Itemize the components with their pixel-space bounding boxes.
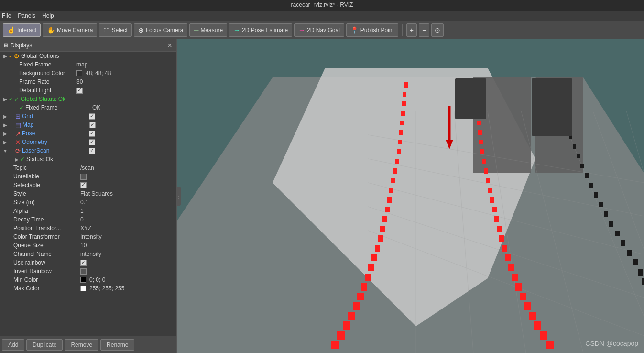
svg-rect-30 <box>385 207 390 212</box>
svg-rect-79 <box>594 192 598 198</box>
unreliable-checkbox[interactable] <box>80 174 87 180</box>
global-options-row[interactable]: ▶ ✓ ⚙ Global Options <box>0 52 176 60</box>
global-status-row[interactable]: ▶ ✓ ✓ Global Status: Ok <box>0 95 176 103</box>
duplicate-button[interactable]: Duplicate <box>26 339 63 351</box>
menu-file[interactable]: File <box>2 12 11 19</box>
3d-viewport[interactable]: ⋮ CSDN @cocapop <box>177 39 644 353</box>
zoom-out-button[interactable]: − <box>419 23 429 37</box>
map-checkbox-icon[interactable] <box>89 122 96 128</box>
default-light-value <box>76 88 176 94</box>
grid-expand[interactable]: ▶ <box>2 114 9 119</box>
frame-rate-value: 30 <box>76 78 176 85</box>
invert-rainbow-checkbox[interactable] <box>80 268 87 275</box>
measure-button[interactable]: ─ Measure <box>189 23 227 37</box>
svg-rect-36 <box>368 264 374 271</box>
displays-tree[interactable]: ▶ ✓ ⚙ Global Options Fixed Frame map Bac… <box>0 52 176 336</box>
close-panel-button[interactable]: ✕ <box>166 42 174 49</box>
menu-help[interactable]: Help <box>42 12 54 19</box>
color-transformer-value: Intensity <box>80 233 176 240</box>
toolbar-separator <box>402 24 403 36</box>
map-row[interactable]: ▶ ▤ Map <box>0 121 176 129</box>
pose-icon: ↗ <box>15 130 21 137</box>
alpha-label: Alpha <box>13 208 80 214</box>
focus-camera-icon: ⊕ <box>138 26 144 34</box>
laserscan-status-expand[interactable]: ▶ <box>13 157 20 162</box>
odometry-checkbox-icon[interactable] <box>89 139 95 145</box>
fixed-frame-value: map <box>76 61 176 68</box>
laserscan-row[interactable]: ▼ ⟳ LaserScan <box>0 146 176 155</box>
map-label: Map <box>22 121 89 128</box>
min-color-label: Min Color <box>13 276 80 283</box>
topic-label: Topic <box>13 165 80 171</box>
bg-color-row: Background Color 48; 48; 48 <box>0 69 176 77</box>
menu-panels[interactable]: Panels <box>18 12 35 19</box>
svg-rect-67 <box>520 293 526 300</box>
svg-rect-37 <box>365 274 371 281</box>
svg-rect-39 <box>357 293 364 300</box>
2d-nav-button[interactable]: → 2D Nav Goal <box>294 23 344 37</box>
frame-rate-label: Frame Rate <box>10 78 76 85</box>
remove-button[interactable]: Remove <box>65 339 98 351</box>
svg-rect-34 <box>375 245 380 252</box>
global-status-expand[interactable]: ▶ <box>2 97 9 102</box>
focus-camera-button[interactable]: ⊕ Focus Camera <box>134 23 188 37</box>
pose-checkbox-icon[interactable] <box>89 131 95 137</box>
interact-button[interactable]: ☝ Interact <box>3 23 41 37</box>
pose-row[interactable]: ▶ ↗ Pose <box>0 129 176 138</box>
svg-rect-88 <box>642 278 644 285</box>
min-color-row: Min Color 0; 0; 0 <box>0 276 176 284</box>
global-options-expand[interactable]: ▶ <box>2 54 9 59</box>
svg-rect-55 <box>486 178 490 183</box>
zoom-in-button[interactable]: + <box>406 23 417 37</box>
svg-rect-50 <box>478 130 482 135</box>
svg-rect-29 <box>387 197 392 203</box>
svg-rect-27 <box>391 178 395 183</box>
global-options-check: ✓ <box>9 53 13 59</box>
default-light-checkbox[interactable] <box>76 88 83 94</box>
svg-rect-40 <box>353 302 360 310</box>
publish-point-icon: 📍 <box>350 26 359 34</box>
fixed-frame-status-row: ✓ Fixed Frame OK <box>0 103 176 112</box>
publish-point-button[interactable]: 📍 Publish Point <box>346 23 398 37</box>
svg-rect-42 <box>343 321 350 330</box>
svg-rect-18 <box>403 92 406 97</box>
grid-row[interactable]: ▶ ⊞ Grid <box>0 112 176 121</box>
pose-expand[interactable]: ▶ <box>2 131 9 136</box>
laserscan-checkbox-icon[interactable] <box>89 148 95 154</box>
svg-rect-31 <box>382 216 387 222</box>
bg-color-value: 48; 48; 48 <box>76 70 176 77</box>
topic-value: /scan <box>80 165 176 171</box>
2d-pose-button[interactable]: → 2D Pose Estimate <box>229 23 292 37</box>
use-rainbow-checkbox[interactable] <box>80 260 87 266</box>
svg-rect-64 <box>508 264 514 271</box>
svg-rect-82 <box>609 221 613 227</box>
select-button[interactable]: ⬚ Select <box>99 23 131 37</box>
topic-row: Topic /scan <box>0 164 176 172</box>
unreliable-label: Unreliable <box>13 173 80 180</box>
rename-button[interactable]: Rename <box>100 339 134 351</box>
fixed-frame-label: Fixed Frame <box>10 61 76 68</box>
selectable-checkbox[interactable] <box>80 182 87 188</box>
interact-label: Interact <box>17 27 36 33</box>
position-transform-row: Position Transfor... XYZ <box>0 224 176 232</box>
2d-nav-icon: → <box>298 26 305 34</box>
laserscan-icon: ⟳ <box>15 147 21 154</box>
position-transform-label: Position Transfor... <box>13 225 80 232</box>
odometry-row[interactable]: ▶ ✕ Odometry <box>0 138 176 146</box>
svg-rect-23 <box>398 140 402 144</box>
zoom-fit-button[interactable]: ⊙ <box>431 23 444 37</box>
resize-handle[interactable]: ⋮ <box>177 187 181 206</box>
add-button[interactable]: Add <box>2 339 24 351</box>
svg-rect-54 <box>484 168 488 174</box>
map-expand[interactable]: ▶ <box>2 122 9 128</box>
svg-rect-51 <box>479 140 483 144</box>
pose-label: Pose <box>22 130 89 137</box>
grid-checkbox-icon[interactable] <box>89 113 95 120</box>
move-camera-button[interactable]: ✋ Move Camera <box>43 23 97 37</box>
style-label: Style <box>13 190 80 197</box>
invert-rainbow-value <box>80 268 176 275</box>
displays-header-title: 🖥 Displays <box>3 42 32 49</box>
alpha-value: 1 <box>80 208 176 214</box>
laserscan-expand[interactable]: ▼ <box>2 148 9 154</box>
odometry-expand[interactable]: ▶ <box>2 140 9 145</box>
